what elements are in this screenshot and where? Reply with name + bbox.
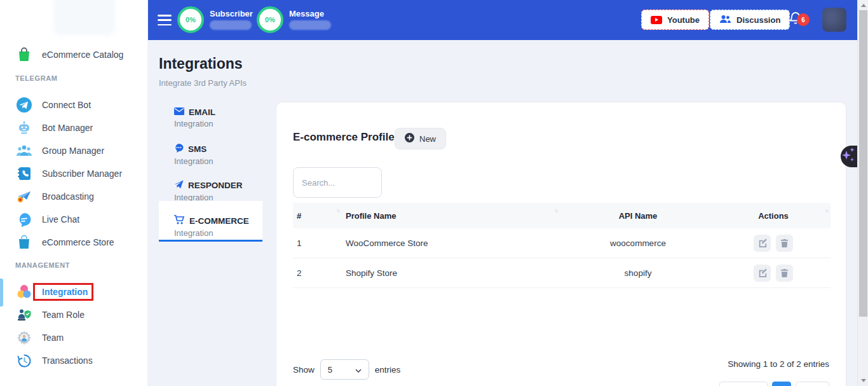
sidebar-item-connect-bot[interactable]: Connect Bot <box>0 93 148 116</box>
paper-plane-icon <box>174 180 184 191</box>
sidebar-item-broadcasting[interactable]: Broadcasting <box>0 185 148 208</box>
subscriber-count-redacted <box>210 20 252 30</box>
topbar: 0% Subscriber 0% Message Youtube Discuss… <box>148 0 857 40</box>
sidebar-section-management: MANAGEMENT <box>0 261 70 269</box>
sidebar-item-group-manager[interactable]: Group Manager <box>0 139 148 162</box>
message-progress: 0% Message <box>257 6 331 33</box>
subscriber-stat-label: Subscriber <box>210 9 253 18</box>
tab-ecommerce-integration[interactable]: E-COMMERCE Integration <box>159 201 262 242</box>
sidebar-item-team[interactable]: Team <box>0 326 148 349</box>
green-bag-icon <box>15 46 33 64</box>
delete-button[interactable] <box>776 265 793 282</box>
ai-assistant-button[interactable] <box>841 146 857 167</box>
cart-icon <box>174 215 185 226</box>
users-icon <box>719 15 731 25</box>
main-content: Integrations Integrate 3rd Party APIs EM… <box>148 40 857 386</box>
active-item-indicator <box>0 279 3 307</box>
card-title: E-commerce Profile <box>293 131 395 144</box>
page-1-button[interactable]: 1 <box>772 382 791 386</box>
envelope-icon <box>174 107 184 117</box>
robot-icon <box>15 119 33 137</box>
page-title: Integrations <box>159 55 243 72</box>
discussion-button[interactable]: Discussion <box>710 10 790 30</box>
page-subtitle: Integrate 3rd Party APIs <box>159 78 247 88</box>
sidebar-item-bot-manager[interactable]: Bot Manager <box>0 116 148 139</box>
column-header-num[interactable]: # ↑↓ <box>293 211 342 221</box>
table-summary: Showing 1 to 2 of 2 entries <box>728 359 829 369</box>
sidebar-item-live-chat[interactable]: Live Chat <box>0 208 148 231</box>
chevron-down-icon <box>355 365 362 375</box>
sidebar-item-integration[interactable]: Integration <box>0 280 148 303</box>
table-header: # ↑↓ Profile Name ↑↓ API Name Actions ↑↓ <box>293 203 831 228</box>
table-row: 1 WooCommerce Store woocommerce <box>293 228 831 258</box>
history-clock-icon <box>15 352 33 369</box>
sort-icon: ↑↓ <box>825 207 828 214</box>
sort-icon: ↑↓ <box>336 207 339 214</box>
user-avatar[interactable] <box>822 8 846 32</box>
previous-page-button[interactable]: Previous <box>719 382 768 386</box>
sidebar: eCommerce Catalog TELEGRAM Connect Bot B… <box>0 0 148 386</box>
column-header-profile-name[interactable]: Profile Name ↑↓ <box>342 211 560 221</box>
plus-circle-icon <box>405 133 414 144</box>
app-logo <box>53 0 116 36</box>
chat-bubble-icon <box>15 210 33 228</box>
pagination: Previous 1 Next <box>719 382 829 386</box>
palette-icon <box>15 283 33 301</box>
youtube-button[interactable]: Youtube <box>641 10 709 30</box>
column-header-api-name[interactable]: API Name <box>560 211 716 221</box>
sort-icon: ↑↓ <box>554 207 557 214</box>
sidebar-item-ecommerce-catalog[interactable]: eCommerce Catalog <box>0 43 148 66</box>
subscriber-progress: 0% Subscriber <box>177 6 253 33</box>
delete-button[interactable] <box>776 235 793 252</box>
tab-email-integration[interactable]: EMAIL Integration <box>159 100 262 128</box>
table-row: 2 Shopify Store shopify <box>293 258 831 288</box>
sms-bubble-icon <box>174 144 184 155</box>
youtube-icon <box>651 16 662 24</box>
notifications-button[interactable]: 6 <box>789 11 814 30</box>
sparkles-icon <box>841 146 856 165</box>
sidebar-item-team-role[interactable]: Team Role <box>0 303 148 326</box>
entries-label: entries <box>375 365 401 375</box>
role-shield-icon <box>15 306 33 324</box>
show-label: Show <box>293 365 315 375</box>
message-stat-label: Message <box>289 9 331 18</box>
ecommerce-profile-card: E-commerce Profile New # ↑↓ Profile Name… <box>276 102 846 386</box>
blue-bag-icon <box>15 233 33 251</box>
hamburger-menu-icon[interactable] <box>158 15 172 25</box>
gear-person-icon <box>15 329 33 347</box>
sidebar-item-ecommerce-store[interactable]: eCommerce Store <box>0 231 148 254</box>
broadcast-icon <box>15 188 33 205</box>
column-header-actions[interactable]: Actions ↑↓ <box>716 211 831 221</box>
sidebar-section-telegram: TELEGRAM <box>0 74 58 82</box>
tab-responder-integration[interactable]: RESPONDER Integration <box>159 172 262 202</box>
sidebar-item-transactions[interactable]: Transactions <box>0 349 148 372</box>
contact-book-icon <box>15 165 33 183</box>
scrollbar-up-arrow-icon[interactable] <box>861 4 866 7</box>
subscriber-progress-ring: 0% <box>177 6 204 33</box>
entries-per-page-select[interactable]: 5 <box>320 359 369 380</box>
message-count-redacted <box>289 20 331 30</box>
search-input[interactable] <box>293 167 382 198</box>
next-page-button[interactable]: Next <box>796 382 829 386</box>
message-progress-ring: 0% <box>257 6 283 33</box>
telegram-icon <box>15 96 33 114</box>
sidebar-item-subscriber-manager[interactable]: Subscriber Manager <box>0 162 148 185</box>
scrollbar-down-arrow-icon[interactable] <box>861 379 866 382</box>
scrollbar[interactable] <box>857 0 868 386</box>
new-profile-button[interactable]: New <box>395 128 446 149</box>
scrollbar-thumb[interactable] <box>859 10 867 317</box>
group-icon <box>15 142 33 160</box>
notification-badge: 6 <box>797 13 810 26</box>
edit-button[interactable] <box>754 265 771 282</box>
edit-button[interactable] <box>754 235 771 252</box>
tab-sms-integration[interactable]: SMS Integration <box>159 136 262 166</box>
